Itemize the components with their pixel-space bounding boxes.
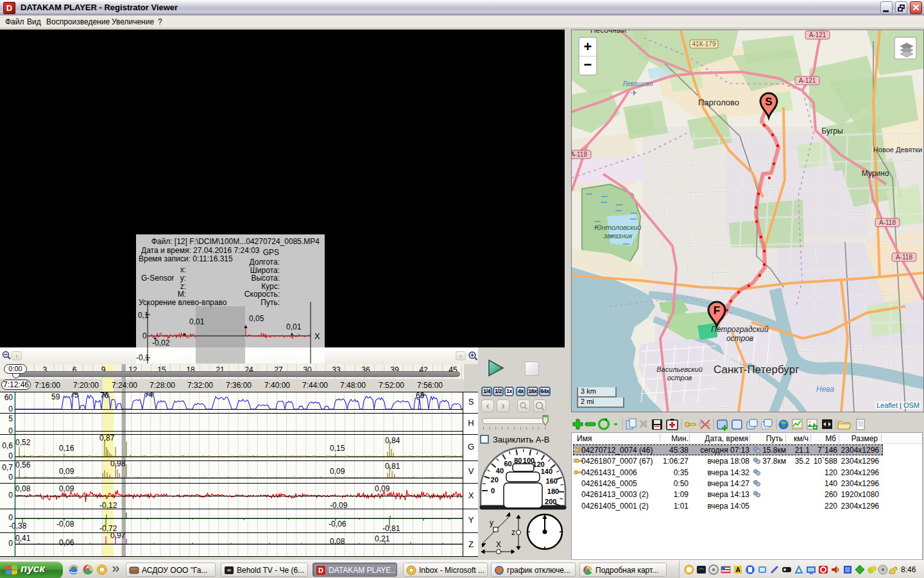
svg-text:Юнтоловский: Юнтоловский bbox=[595, 223, 642, 231]
svg-text:Парголово: Парголово bbox=[698, 98, 739, 107]
svg-text:180: 180 bbox=[547, 487, 559, 495]
svg-text:Песочный: Песочный bbox=[590, 30, 626, 35]
svg-text:Санкт-Петербург: Санкт-Петербург bbox=[714, 363, 799, 376]
svg-text:z: z bbox=[511, 528, 515, 537]
svg-text:140: 140 bbox=[541, 468, 552, 475]
svg-text:А-118: А-118 bbox=[572, 151, 587, 158]
svg-text:Петроградский: Петроградский bbox=[711, 325, 769, 334]
svg-text:D: D bbox=[318, 566, 323, 574]
svg-text:Новое Девятки: Новое Девятки bbox=[873, 146, 922, 153]
svg-text:Нева: Нева bbox=[816, 385, 834, 394]
svg-text:заказник: заказник bbox=[603, 232, 633, 240]
svg-text:А-121: А-121 bbox=[799, 77, 816, 84]
svg-text:60: 60 bbox=[504, 460, 511, 468]
svg-text:200: 200 bbox=[545, 498, 556, 505]
svg-text:Мурино: Мурино bbox=[862, 169, 889, 178]
svg-text:0: 0 bbox=[491, 487, 495, 495]
svg-text:41К-179: 41К-179 bbox=[692, 40, 716, 48]
svg-text:А-121: А-121 bbox=[809, 31, 826, 39]
svg-text:160: 160 bbox=[546, 477, 558, 485]
svg-text:остров: остров bbox=[726, 334, 753, 343]
svg-text:y: y bbox=[490, 518, 493, 527]
svg-text:А-118: А-118 bbox=[879, 219, 896, 226]
svg-text:Левашово: Левашово bbox=[622, 80, 653, 87]
svg-text:F: F bbox=[714, 304, 720, 317]
svg-text:остров: остров bbox=[667, 374, 692, 381]
svg-text:20: 20 bbox=[491, 476, 499, 484]
svg-text:✈: ✈ bbox=[631, 89, 637, 98]
svg-text:A: A bbox=[735, 566, 740, 574]
svg-text:40: 40 bbox=[496, 467, 504, 475]
svg-text:S: S bbox=[765, 96, 772, 108]
svg-text:80: 80 bbox=[514, 457, 522, 464]
svg-text:А-118: А-118 bbox=[896, 254, 912, 261]
svg-text:Васильевский: Васильевский bbox=[656, 365, 703, 373]
svg-text:X: X bbox=[496, 540, 501, 549]
svg-text:Бугры: Бугры bbox=[821, 127, 843, 136]
